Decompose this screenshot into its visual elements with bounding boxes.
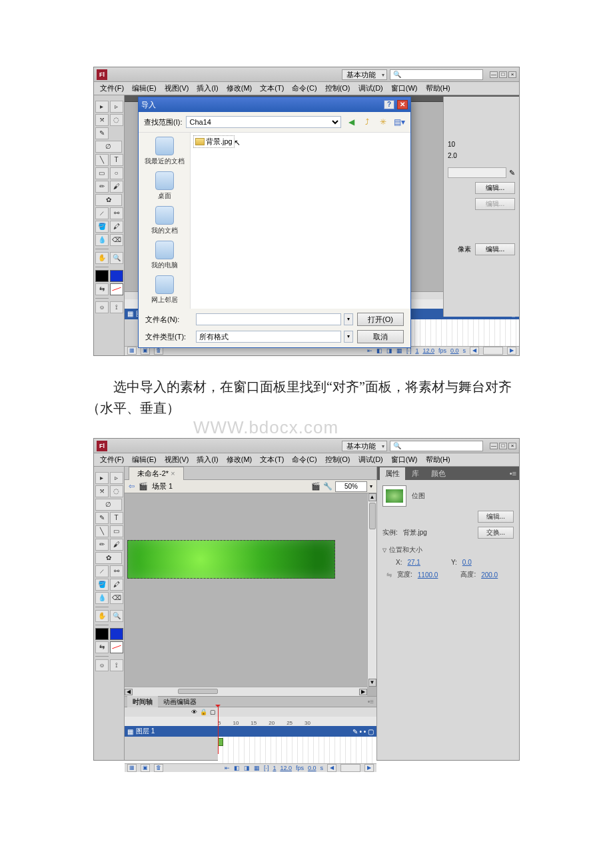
rect-tool[interactable]: ▭ (95, 167, 109, 179)
timeline-ruler-2[interactable]: 51015202530 (125, 717, 376, 726)
zoom-input[interactable]: 50% (335, 481, 367, 492)
workspace-dropdown[interactable]: 基本功能 (342, 69, 387, 80)
vertical-scrollbar[interactable]: ▲ ▼ (367, 493, 376, 687)
3d-tool[interactable]: ∅ (95, 499, 122, 511)
selection-tool[interactable]: ▸ (95, 101, 109, 113)
menu-item[interactable]: 编辑(E) (129, 455, 160, 465)
layer-row-2[interactable]: ▦图层 1 ✎ • • ▢ (125, 726, 376, 737)
pos-size-section[interactable]: ▽ 位置和大小 (382, 545, 514, 555)
scroll-right-btn[interactable]: ▶ (507, 347, 516, 355)
window-close-button[interactable]: × (508, 71, 516, 78)
w-value[interactable]: 1100.0 (418, 571, 438, 579)
places-item[interactable]: 我的文档 (151, 206, 178, 235)
menu-item[interactable]: 帮助(H) (422, 83, 454, 93)
menu-item[interactable]: 文件(F) (97, 83, 127, 93)
menu-item[interactable]: 帮助(H) (422, 455, 454, 465)
rect-tool[interactable]: ▭ (110, 525, 123, 537)
text-tool-t[interactable]: T (110, 154, 123, 166)
stage[interactable]: ▲ ▼ ◀ ▶ (125, 493, 376, 696)
cancel-button[interactable]: 取消 (357, 330, 404, 343)
menu-item[interactable]: 调试(D) (355, 455, 386, 465)
lock-aspect-icon[interactable]: ⇋ (386, 571, 392, 579)
tab-close-icon[interactable]: × (171, 469, 175, 477)
window-min-button-2[interactable]: — (490, 443, 498, 449)
filetype-dd-icon[interactable]: ▾ (344, 331, 353, 343)
scroll-right-btn-2[interactable]: ▶ (364, 764, 374, 772)
back-scene-icon[interactable]: ⇦ (129, 482, 135, 491)
frames-track-2[interactable] (218, 737, 376, 763)
dialog-file-list[interactable]: 背景.jpg ↖ (191, 133, 410, 309)
dialog-close-button[interactable]: ✕ (397, 100, 408, 109)
zoom-dd-icon[interactable]: ▾ (370, 483, 372, 489)
text-tool[interactable]: T (110, 512, 123, 524)
menu-item[interactable]: 命令(C) (289, 455, 320, 465)
menu-item[interactable]: 修改(M) (223, 83, 256, 93)
menu-item[interactable]: 文本(T) (257, 455, 287, 465)
edit-bitmap-btn[interactable]: 编辑... (478, 511, 514, 523)
scroll-left-btn[interactable]: ◀ (470, 347, 479, 355)
bone-tool[interactable]: ⟋ (95, 565, 109, 577)
stroke-color[interactable] (95, 628, 109, 640)
menu-item[interactable]: 编辑(E) (129, 83, 160, 93)
view-menu-icon[interactable]: ▤▾ (393, 116, 405, 128)
new-folder-icon[interactable]: ✳ (377, 116, 389, 128)
edit-button-3[interactable]: 编辑... (475, 243, 515, 255)
swap-colors[interactable]: ⇆ (95, 283, 109, 295)
swap-btn[interactable]: 交换... (478, 527, 514, 539)
timeline-tab[interactable]: 时间轴 (127, 696, 158, 708)
option-tool[interactable]: ⟟ (110, 659, 123, 671)
menu-item[interactable]: 命令(C) (289, 83, 320, 93)
menu-item[interactable]: 视图(V) (161, 83, 193, 93)
menu-item[interactable]: 文件(F) (97, 455, 127, 465)
lasso-tool[interactable]: ◌ (110, 114, 123, 126)
delete-layer-btn[interactable]: 🗑 (154, 347, 163, 355)
places-item[interactable]: 网上邻居 (151, 275, 178, 305)
tab-color[interactable]: 颜色 (426, 467, 451, 480)
free-transform-tool[interactable]: ⤧ (95, 114, 109, 126)
onion-skin-icon[interactable]: ◧ (234, 765, 240, 771)
keyframe-1b[interactable] (218, 738, 223, 746)
option-tool[interactable]: ⟟ (110, 301, 123, 313)
search-input[interactable]: 🔍 (390, 69, 483, 80)
pen-tool[interactable]: ✎ (95, 127, 109, 139)
filename-dd-icon[interactable]: ▾ (344, 313, 353, 325)
new-layer-btn-2[interactable]: ▦ (127, 764, 137, 772)
tab-properties[interactable]: 属性 (380, 467, 405, 480)
stroke-color[interactable] (95, 270, 109, 282)
window-max-button[interactable]: □ (499, 71, 507, 78)
swap-colors[interactable]: ⇆ (95, 641, 109, 653)
window-max-button-2[interactable]: □ (499, 443, 507, 449)
pen-tool[interactable]: ✎ (95, 512, 109, 524)
deco-tool[interactable]: ✿ (95, 552, 122, 564)
edit-multiple-icon[interactable]: ▦ (254, 765, 260, 771)
workspace-dropdown-2[interactable]: 基本功能 (342, 441, 387, 451)
up-icon[interactable]: ⤴ (361, 116, 373, 128)
zoom-tool[interactable]: 🔍 (110, 252, 123, 264)
new-folder-btn-2[interactable]: ▣ (141, 764, 150, 772)
doc-tab[interactable]: 未命名-2* × (129, 467, 184, 480)
playhead-2[interactable] (218, 707, 219, 754)
places-item[interactable]: 我最近的文档 (145, 137, 185, 166)
bind-tool[interactable]: ⚯ (110, 565, 123, 577)
filetype-dropdown[interactable]: 所有格式 (196, 331, 341, 343)
y-value[interactable]: 0.0 (462, 559, 472, 566)
text-tool[interactable]: ∅ (95, 141, 122, 153)
edit-button-1[interactable]: 编辑... (475, 182, 515, 194)
line-tool[interactable]: ╲ (95, 525, 109, 537)
edit-symbol-icon[interactable]: 🔧 (323, 482, 332, 491)
new-layer-btn[interactable]: ▦ (127, 347, 137, 355)
back-icon[interactable]: ◀ (345, 116, 357, 128)
places-item[interactable]: 我的电脑 (151, 241, 178, 270)
menu-item[interactable]: 文本(T) (257, 83, 287, 93)
deco-tool[interactable]: ✿ (95, 194, 122, 206)
scroll-track-2[interactable] (340, 764, 360, 772)
ink-tool[interactable]: 🖍 (110, 579, 123, 591)
no-color[interactable] (110, 283, 123, 295)
line-tool[interactable]: ╲ (95, 154, 109, 166)
x-value[interactable]: 27.1 (407, 559, 420, 566)
eyedrop-tool[interactable]: 💧 (95, 234, 109, 246)
zoom-tool[interactable]: 🔍 (110, 610, 123, 622)
subselect-tool[interactable]: ▹ (110, 101, 123, 113)
dialog-help-button[interactable]: ? (384, 100, 394, 109)
horizontal-scrollbar[interactable]: ◀ ▶ (125, 687, 367, 696)
